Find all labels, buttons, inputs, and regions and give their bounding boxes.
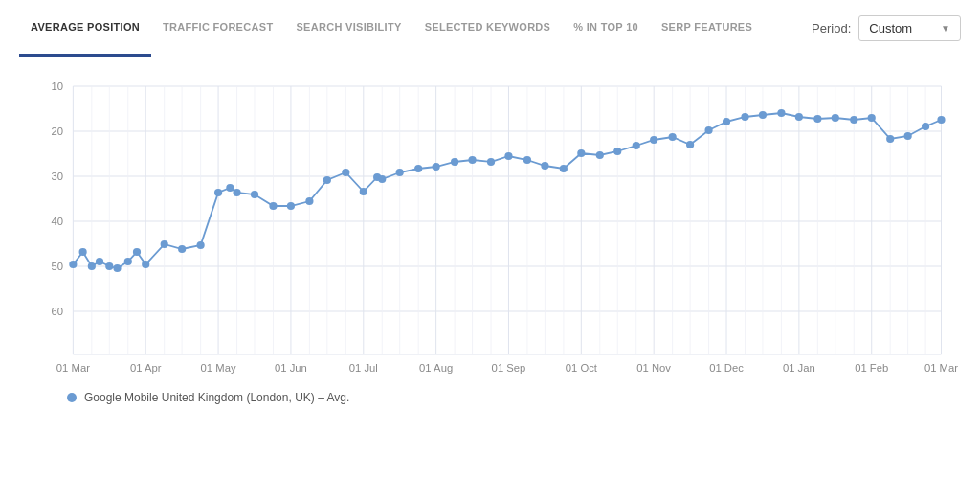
svg-point-116 <box>704 126 712 134</box>
svg-point-120 <box>777 109 785 117</box>
svg-point-114 <box>669 133 677 141</box>
svg-point-95 <box>342 169 349 176</box>
svg-point-128 <box>922 123 929 130</box>
svg-text:01 Sep: 01 Sep <box>492 362 526 374</box>
tab-average-position[interactable]: Average Position <box>19 0 151 57</box>
svg-text:20: 20 <box>52 125 64 137</box>
chart-area: 10 20 30 40 50 60 <box>0 57 980 479</box>
svg-point-92 <box>287 202 295 210</box>
main-container: Average Position Traffic Forecast Search… <box>0 0 980 479</box>
svg-point-91 <box>269 202 277 210</box>
svg-point-82 <box>133 248 141 256</box>
svg-text:01 Dec: 01 Dec <box>709 362 744 374</box>
svg-text:40: 40 <box>52 216 64 227</box>
tab-traffic-forecast[interactable]: Traffic Forecast <box>151 0 284 57</box>
svg-point-118 <box>741 113 748 121</box>
chart-legend: Google Mobile United Kingdom (London, UK… <box>19 383 961 404</box>
svg-text:01 Oct: 01 Oct <box>566 362 598 374</box>
svg-text:01 Aug: 01 Aug <box>419 362 453 374</box>
svg-point-93 <box>305 197 313 205</box>
svg-point-126 <box>886 135 894 143</box>
svg-point-111 <box>613 148 621 155</box>
svg-point-106 <box>523 156 531 164</box>
tab-pct-in-top10[interactable]: % In Top 10 <box>562 0 650 57</box>
svg-point-105 <box>504 152 512 160</box>
tabs-bar: Average Position Traffic Forecast Search… <box>0 0 980 57</box>
svg-point-129 <box>937 116 945 124</box>
period-value: Custom <box>869 21 912 35</box>
svg-point-102 <box>451 158 458 166</box>
svg-point-117 <box>723 118 730 125</box>
svg-point-104 <box>487 158 495 166</box>
period-selector: Period: Custom ▼ <box>812 15 961 41</box>
svg-point-107 <box>541 162 548 170</box>
svg-point-86 <box>197 241 205 249</box>
svg-point-101 <box>433 163 440 171</box>
svg-point-113 <box>650 136 657 144</box>
legend-label: Google Mobile United Kingdom (London, UK… <box>84 391 349 404</box>
svg-point-124 <box>850 116 858 124</box>
tab-search-visibility[interactable]: Search Visibility <box>284 0 412 57</box>
svg-point-75 <box>69 261 77 268</box>
svg-text:01 Nov: 01 Nov <box>636 362 671 374</box>
tabs: Average Position Traffic Forecast Search… <box>19 0 812 57</box>
tab-serp-features[interactable]: SERP Features <box>650 0 764 57</box>
svg-point-77 <box>88 262 96 270</box>
svg-point-78 <box>96 258 103 265</box>
svg-point-100 <box>414 165 422 172</box>
svg-point-123 <box>832 114 839 122</box>
svg-point-109 <box>577 149 585 157</box>
period-label: Period: <box>812 21 851 35</box>
svg-point-119 <box>759 111 767 119</box>
svg-point-89 <box>233 189 240 196</box>
svg-point-80 <box>113 264 121 272</box>
svg-point-98 <box>378 175 386 183</box>
svg-point-115 <box>686 141 694 148</box>
svg-point-127 <box>904 132 912 140</box>
svg-point-90 <box>251 191 258 198</box>
svg-point-88 <box>226 184 234 192</box>
period-dropdown[interactable]: Custom ▼ <box>858 15 961 41</box>
svg-point-121 <box>795 113 803 121</box>
svg-point-96 <box>360 188 368 195</box>
svg-point-99 <box>396 169 404 176</box>
tab-selected-keywords[interactable]: Selected Keywords <box>413 0 563 57</box>
svg-point-76 <box>79 248 87 256</box>
svg-text:01 Feb: 01 Feb <box>855 362 888 374</box>
svg-text:01 Apr: 01 Apr <box>130 362 162 374</box>
svg-text:01 Mar: 01 Mar <box>924 362 958 374</box>
svg-point-94 <box>323 176 331 184</box>
svg-point-83 <box>142 261 149 268</box>
chart-wrapper: 10 20 30 40 50 60 <box>19 77 961 383</box>
chevron-down-icon: ▼ <box>941 23 950 34</box>
svg-text:50: 50 <box>52 261 64 272</box>
svg-text:01 Mar: 01 Mar <box>56 362 90 374</box>
svg-point-125 <box>868 114 876 122</box>
chart-svg: 10 20 30 40 50 60 <box>19 77 961 383</box>
svg-point-108 <box>560 165 568 172</box>
svg-point-112 <box>633 142 640 149</box>
svg-text:01 May: 01 May <box>201 362 236 374</box>
svg-point-110 <box>596 151 604 159</box>
svg-point-103 <box>468 156 476 164</box>
legend-dot-icon <box>67 393 77 402</box>
svg-text:01 Jan: 01 Jan <box>783 362 815 374</box>
svg-text:10: 10 <box>52 80 64 92</box>
svg-point-81 <box>124 258 132 265</box>
svg-point-85 <box>178 245 186 253</box>
svg-point-122 <box>813 115 821 123</box>
svg-point-84 <box>161 240 168 248</box>
svg-text:30: 30 <box>52 171 64 182</box>
svg-point-79 <box>105 262 113 270</box>
svg-text:60: 60 <box>52 306 64 317</box>
svg-point-87 <box>214 189 222 196</box>
svg-text:01 Jul: 01 Jul <box>349 362 378 374</box>
svg-text:01 Jun: 01 Jun <box>275 362 307 374</box>
